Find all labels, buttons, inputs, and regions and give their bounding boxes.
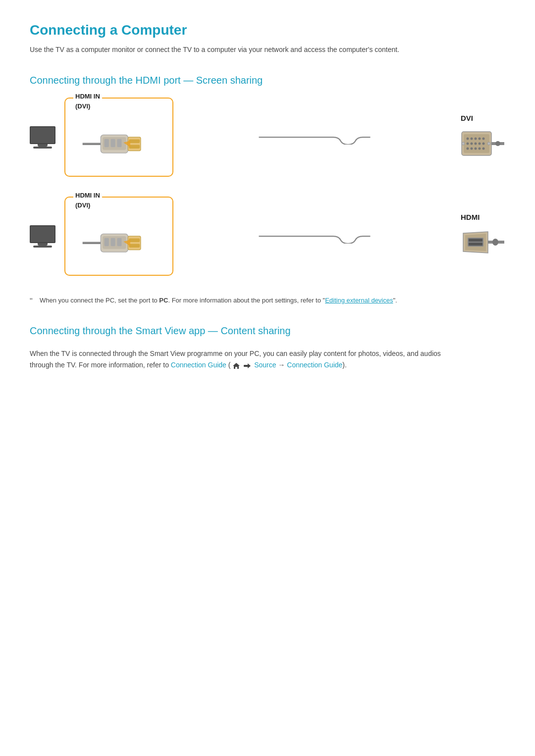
svg-rect-3 xyxy=(105,139,109,148)
svg-point-28 xyxy=(487,142,490,145)
icon-group: ( xyxy=(226,361,254,369)
svg-marker-49 xyxy=(248,363,251,368)
tv-base-2 xyxy=(33,246,52,248)
arrow-separator: → xyxy=(276,361,287,369)
svg-rect-34 xyxy=(105,238,109,247)
connection-guide-link1[interactable]: Connection Guide xyxy=(171,361,226,369)
body-text-end: ). xyxy=(342,361,347,369)
hdmi-label-1: HDMI IN(DVI) xyxy=(73,92,102,111)
svg-rect-8 xyxy=(129,145,140,149)
svg-rect-45 xyxy=(469,243,482,246)
hdmi-label-2: HDMI IN(DVI) xyxy=(73,191,102,210)
svg-point-14 xyxy=(475,138,477,140)
svg-point-20 xyxy=(479,143,481,145)
svg-rect-44 xyxy=(469,239,482,242)
svg-point-19 xyxy=(475,143,477,145)
svg-rect-7 xyxy=(129,140,140,143)
svg-point-15 xyxy=(479,138,481,140)
dvi-connector-icon xyxy=(461,127,505,161)
arrow-right-icon xyxy=(243,362,251,370)
hdmi-right-label: HDMI xyxy=(461,212,480,223)
svg-rect-38 xyxy=(129,239,140,242)
diagram-section-1: HDMI IN(DVI) xyxy=(30,98,505,276)
svg-point-13 xyxy=(471,138,473,140)
right-connector-hdmi: HDMI xyxy=(461,212,505,261)
svg-point-16 xyxy=(482,138,485,140)
section1-heading: Connecting through the HDMI port — Scree… xyxy=(30,73,505,88)
source-link[interactable]: Source xyxy=(254,361,276,369)
note-section: When you connect the PC, set the port to… xyxy=(30,296,436,305)
section2-heading: Connecting through the Smart View app — … xyxy=(30,323,505,338)
cable-hdmi xyxy=(173,229,456,244)
tv-screen-1 xyxy=(30,126,55,144)
editing-external-link[interactable]: Editing external devices xyxy=(325,297,393,304)
page-title: Connecting a Computer xyxy=(30,20,505,41)
svg-point-12 xyxy=(467,138,469,140)
svg-rect-4 xyxy=(111,139,115,148)
svg-point-27 xyxy=(462,142,465,145)
svg-point-30 xyxy=(495,141,500,146)
tv-screen-2 xyxy=(30,225,55,243)
hdmi-plug-2 xyxy=(82,209,156,263)
section2-body: When the TV is connected through the Sma… xyxy=(30,348,466,372)
home-icon xyxy=(232,362,240,370)
svg-rect-35 xyxy=(111,238,115,247)
svg-rect-5 xyxy=(117,139,121,148)
pc-highlight: PC xyxy=(159,297,168,304)
hdmi-connector-icon xyxy=(461,226,505,260)
svg-rect-36 xyxy=(117,238,121,247)
cable-dvi xyxy=(173,130,456,145)
svg-point-47 xyxy=(492,239,498,246)
tv-stand-2 xyxy=(38,243,48,246)
tv-stand-1 xyxy=(38,144,48,147)
svg-point-23 xyxy=(471,148,473,150)
svg-point-18 xyxy=(471,143,473,145)
hdmi-box-1: HDMI IN(DVI) xyxy=(64,98,173,177)
right-connector-dvi: DVI xyxy=(461,113,505,162)
hdmi-plug-1 xyxy=(82,110,156,164)
svg-point-24 xyxy=(475,148,477,150)
tv-base-1 xyxy=(33,147,52,149)
diagram-hdmi: HDMI IN(DVI) xyxy=(30,197,505,276)
svg-rect-39 xyxy=(129,244,140,248)
tv-icon-2 xyxy=(30,225,55,248)
svg-point-21 xyxy=(482,143,485,145)
svg-point-17 xyxy=(467,143,469,145)
dvi-label: DVI xyxy=(461,113,473,124)
connection-guide-link2[interactable]: Connection Guide xyxy=(287,361,342,369)
svg-point-26 xyxy=(482,148,485,150)
note-body: When you connect the PC, set the port to… xyxy=(40,297,397,304)
tv-icon-1 xyxy=(30,126,55,149)
intro-text: Use the TV as a computer monitor or conn… xyxy=(30,45,436,55)
svg-point-22 xyxy=(467,148,469,150)
svg-point-25 xyxy=(479,148,481,150)
hdmi-box-2: HDMI IN(DVI) xyxy=(64,197,173,276)
diagram-dvi: HDMI IN(DVI) xyxy=(30,98,505,177)
